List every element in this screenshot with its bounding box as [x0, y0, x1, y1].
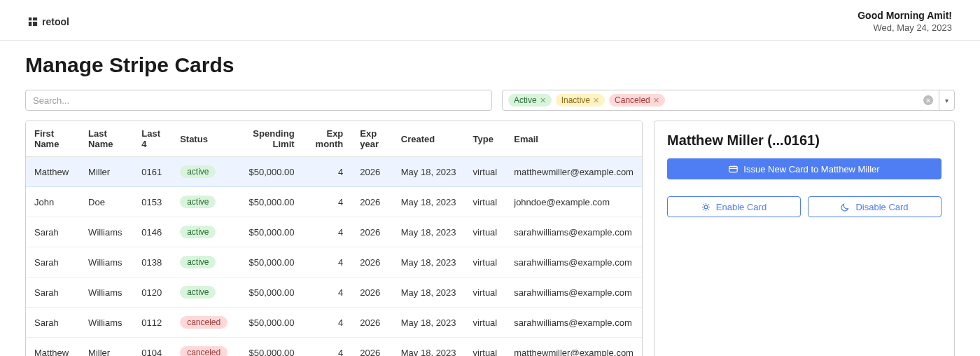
status-badge: active: [180, 256, 216, 268]
cell-created: May 18, 2023: [393, 278, 465, 308]
cell-exp-month: 4: [303, 338, 352, 357]
enable-card-button[interactable]: Enable Card: [667, 196, 801, 217]
clear-filters-icon[interactable]: ✕: [923, 95, 933, 105]
cell-exp-year: 2026: [351, 338, 392, 357]
table-row[interactable]: SarahWilliams0146active$50,000.0042026Ma…: [26, 217, 642, 247]
cell-status: active: [172, 157, 236, 187]
remove-pill-icon[interactable]: ✕: [540, 96, 546, 105]
table-row[interactable]: JohnDoe0153active$50,000.0042026May 18, …: [26, 187, 642, 217]
cell-created: May 18, 2023: [393, 338, 465, 357]
page-title: Manage Stripe Cards: [25, 53, 955, 77]
cell-first-name: Matthew: [26, 157, 80, 187]
filter-pill-label: Inactive: [561, 95, 590, 105]
table-row[interactable]: MatthewMiller0104canceled$50,000.0042026…: [26, 338, 642, 357]
cell-last-name: Williams: [80, 217, 133, 247]
greeting-line2: Wed, May 24, 2023: [858, 22, 952, 33]
svg-line-13: [703, 209, 704, 210]
col-created[interactable]: Created: [393, 121, 465, 157]
col-email[interactable]: Email: [505, 121, 642, 157]
cell-first-name: Sarah: [26, 247, 80, 278]
cell-email: sarahwilliams@example.com: [505, 278, 642, 308]
filter-dropdown-button[interactable]: ▾: [939, 90, 954, 110]
cell-status: active: [172, 278, 236, 308]
cell-created: May 18, 2023: [393, 187, 465, 217]
filter-pill-canceled[interactable]: Canceled✕: [609, 94, 665, 107]
search-input[interactable]: [25, 90, 492, 111]
svg-line-12: [708, 209, 708, 210]
col-spending[interactable]: Spending Limit: [236, 121, 302, 157]
status-badge: active: [180, 286, 216, 299]
filter-pill-inactive[interactable]: Inactive✕: [556, 94, 605, 107]
enable-card-label: Enable Card: [716, 202, 766, 212]
issue-card-button[interactable]: Issue New Card to Matthew Miller: [667, 158, 941, 179]
cell-exp-month: 4: [303, 157, 352, 187]
cell-last4: 0161: [133, 157, 172, 187]
moon-icon: [841, 203, 850, 212]
cell-first-name: Sarah: [26, 217, 80, 247]
top-bar: retool Good Morning Amit! Wed, May 24, 2…: [0, 0, 980, 41]
detail-title: Matthew Miller (...0161): [667, 132, 941, 149]
cell-spending: $50,000.00: [236, 338, 302, 357]
table-row[interactable]: SarahWilliams0138active$50,000.0042026Ma…: [26, 247, 642, 278]
cell-status: canceled: [172, 338, 236, 357]
cell-last4: 0112: [133, 308, 172, 338]
cell-email: sarahwilliams@example.com: [505, 217, 642, 247]
svg-rect-2: [33, 17, 37, 20]
cards-table-panel: First Name Last Name Last 4 Status Spend…: [25, 121, 643, 356]
cell-email: sarahwilliams@example.com: [505, 308, 642, 338]
col-last4[interactable]: Last 4: [133, 121, 172, 157]
disable-card-button[interactable]: Disable Card: [808, 196, 941, 217]
cell-spending: $50,000.00: [236, 157, 302, 187]
cell-type: virtual: [465, 278, 506, 308]
cell-exp-year: 2026: [351, 247, 392, 278]
svg-line-14: [708, 204, 708, 205]
cell-last4: 0153: [133, 187, 172, 217]
cell-type: virtual: [465, 157, 506, 187]
cell-last-name: Miller: [80, 157, 133, 187]
cell-spending: $50,000.00: [236, 247, 302, 278]
cell-exp-year: 2026: [351, 187, 392, 217]
col-type[interactable]: Type: [465, 121, 506, 157]
disable-card-label: Disable Card: [855, 202, 908, 212]
remove-pill-icon[interactable]: ✕: [593, 96, 599, 105]
cell-status: canceled: [172, 308, 236, 338]
col-last-name[interactable]: Last Name: [80, 121, 133, 157]
cell-last4: 0120: [133, 278, 172, 308]
cell-type: virtual: [465, 187, 506, 217]
cell-exp-month: 4: [303, 187, 352, 217]
svg-rect-1: [29, 22, 31, 26]
svg-point-6: [704, 205, 708, 209]
cell-last-name: Williams: [80, 278, 133, 308]
cell-status: active: [172, 187, 236, 217]
table-row[interactable]: SarahWilliams0112canceled$50,000.0042026…: [26, 308, 642, 338]
col-first-name[interactable]: First Name: [26, 121, 80, 157]
cell-spending: $50,000.00: [236, 217, 302, 247]
cell-last-name: Doe: [80, 187, 133, 217]
cell-type: virtual: [465, 247, 506, 278]
svg-rect-0: [29, 17, 31, 20]
cell-email: matthewmiller@example.com: [505, 157, 642, 187]
status-badge: canceled: [180, 346, 227, 356]
col-exp-year[interactable]: Exp year: [351, 121, 392, 157]
col-status[interactable]: Status: [172, 121, 236, 157]
cell-first-name: Matthew: [26, 338, 80, 357]
cell-type: virtual: [465, 217, 506, 247]
cell-status: active: [172, 217, 236, 247]
cell-spending: $50,000.00: [236, 187, 302, 217]
issue-card-label: Issue New Card to Matthew Miller: [743, 164, 879, 174]
col-exp-month[interactable]: Exp month: [303, 121, 352, 157]
status-badge: active: [180, 165, 216, 178]
table-row[interactable]: SarahWilliams0120active$50,000.0042026Ma…: [26, 278, 642, 308]
svg-rect-4: [729, 166, 737, 172]
remove-pill-icon[interactable]: ✕: [653, 96, 659, 105]
brand-name: retool: [42, 16, 69, 27]
filter-pill-area: Active✕Inactive✕Canceled✕✕: [503, 90, 939, 110]
filter-select[interactable]: Active✕Inactive✕Canceled✕✕ ▾: [502, 90, 955, 111]
table-row[interactable]: MatthewMiller0161active$50,000.0042026Ma…: [26, 157, 642, 187]
cell-spending: $50,000.00: [236, 278, 302, 308]
filter-pill-active[interactable]: Active✕: [508, 94, 552, 107]
cell-last-name: Miller: [80, 338, 133, 357]
cell-exp-year: 2026: [351, 278, 392, 308]
cell-exp-month: 4: [303, 247, 352, 278]
cell-last4: 0146: [133, 217, 172, 247]
